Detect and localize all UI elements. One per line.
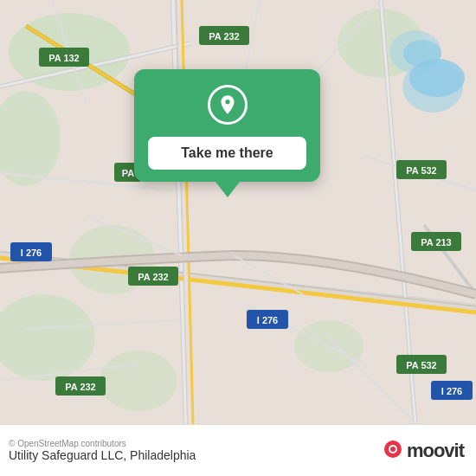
footer-bar: © OpenStreetMap contributors Utility Saf…: [0, 424, 476, 476]
svg-point-11: [403, 40, 441, 68]
moovit-pin-icon: [381, 439, 405, 463]
svg-text:PA 232: PA 232: [138, 272, 168, 282]
location-name: Utility Safeguard LLC, Philadelphia: [9, 448, 196, 462]
svg-text:PA 132: PA 132: [48, 53, 79, 63]
svg-text:PA 532: PA 532: [406, 165, 436, 176]
svg-text:I 276: I 276: [441, 386, 462, 396]
pin-icon-circle: [208, 85, 248, 125]
map-view[interactable]: PA 232 PA 132 PA PA 232 PA 232 PA 532 PA…: [0, 0, 476, 424]
footer-info: © OpenStreetMap contributors Utility Saf…: [9, 439, 196, 462]
svg-text:PA 232: PA 232: [65, 382, 95, 392]
svg-point-5: [100, 351, 177, 411]
copyright-text: © OpenStreetMap contributors: [9, 439, 196, 448]
svg-text:PA 232: PA 232: [209, 31, 239, 42]
map-background: PA 232 PA 132 PA PA 232 PA 232 PA 532 PA…: [0, 0, 476, 424]
svg-text:I 276: I 276: [21, 248, 42, 258]
svg-point-64: [390, 447, 396, 452]
take-me-there-button[interactable]: Take me there: [148, 137, 306, 170]
location-pin-icon: [216, 93, 239, 116]
svg-text:I 276: I 276: [257, 315, 278, 325]
moovit-logo-text: moovit: [407, 440, 464, 462]
svg-text:PA: PA: [122, 168, 135, 178]
moovit-logo: moovit: [381, 439, 464, 463]
svg-text:PA 532: PA 532: [406, 360, 436, 370]
svg-text:PA 213: PA 213: [421, 237, 451, 248]
location-popup: Take me there: [134, 69, 320, 182]
